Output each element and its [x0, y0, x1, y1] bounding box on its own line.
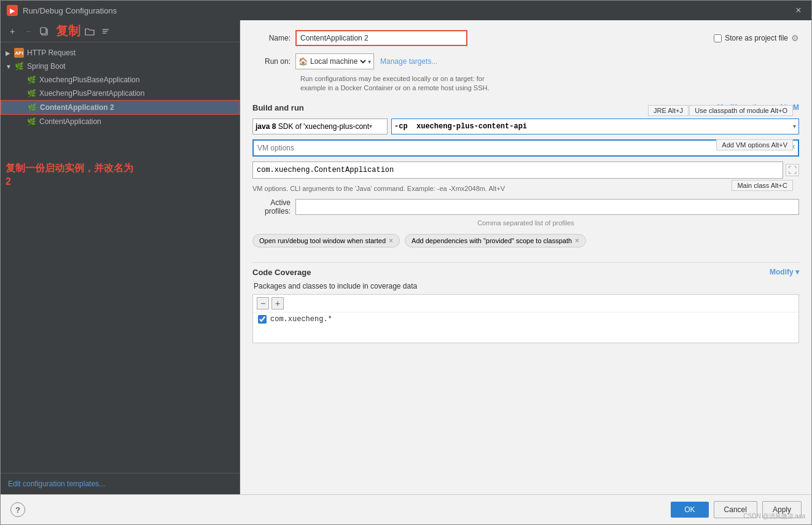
- main-class-tooltip: Main class Alt+C: [732, 180, 793, 191]
- run-on-row: Run on: 🏠 Local machine ▾ Manage targets…: [252, 53, 799, 69]
- close-button[interactable]: ×: [792, 4, 805, 17]
- tag-1: Add dependencies with "provided" scope t…: [405, 234, 586, 247]
- copy-annotation-label: 复制: [56, 23, 80, 39]
- bottom-bar: ? OK Cancel Apply: [1, 494, 811, 524]
- coverage-remove-btn[interactable]: −: [257, 297, 269, 309]
- main-content: + − 复制: [1, 20, 811, 494]
- gear-icon[interactable]: ⚙: [791, 33, 799, 43]
- sdk-select-wrapper[interactable]: java 8 SDK of 'xuecheng-plus-cont ▾: [252, 119, 388, 134]
- title-bar-left: ▶ Run/Debug Configurations: [7, 5, 117, 16]
- dropdown-arrow-icon: ▾: [368, 58, 371, 65]
- tree-item-0[interactable]: 🌿 XuechengPlusBaseApplication: [1, 73, 240, 87]
- spring-item-icon-2: 🌿: [27, 103, 37, 112]
- add-vm-tooltip: Add VM options Alt+V: [716, 139, 793, 150]
- tag-label-0: Open run/debug tool window when started: [259, 237, 386, 244]
- folder-button[interactable]: [83, 25, 96, 38]
- copy-button[interactable]: [37, 25, 51, 38]
- coverage-item-0: com.xuecheng.*: [253, 313, 798, 326]
- spring-section-icon: 🌿: [14, 61, 24, 71]
- manage-targets-link[interactable]: Manage targets...: [380, 57, 437, 66]
- sort-button[interactable]: [99, 25, 112, 38]
- tree-item-3[interactable]: 🌿 ContentApplication: [1, 115, 240, 128]
- tree-item-2[interactable]: 🌿 ContentApplication 2: [1, 100, 240, 115]
- title-bar: ▶ Run/Debug Configurations ×: [1, 1, 811, 20]
- tag-close-1[interactable]: ×: [575, 236, 579, 245]
- tree-item-1[interactable]: 🌿 XuechengPlusParentApplication: [1, 87, 240, 100]
- tree-section-spring[interactable]: ▼ 🌿 Spring Boot: [1, 60, 240, 73]
- spring-item-icon-3: 🌿: [26, 117, 36, 126]
- tag-label-1: Add dependencies with "provided" scope t…: [412, 237, 572, 244]
- coverage-modify-link[interactable]: Modify ▾: [770, 268, 799, 276]
- profiles-hint: Comma separated list of profiles: [252, 219, 799, 227]
- toolbar: + − 复制: [1, 20, 240, 42]
- vm-help-text: VM options. CLI arguments to the 'Java' …: [252, 185, 799, 192]
- coverage-header: Code Coverage Modify ▾: [252, 268, 799, 277]
- bottom-left: ?: [10, 502, 25, 517]
- store-checkbox[interactable]: [714, 34, 722, 42]
- run-on-label: Run on:: [252, 57, 295, 66]
- profiles-input[interactable]: [295, 199, 799, 215]
- jre-tooltip: JRE Alt+J: [648, 105, 689, 116]
- coverage-toolbar: − +: [253, 295, 798, 313]
- remove-button[interactable]: −: [21, 25, 35, 38]
- coverage-item-label-0: com.xuecheng.*: [270, 315, 332, 324]
- sdk-row: java 8 SDK of 'xuecheng-plus-cont ▾ -cp …: [252, 119, 799, 134]
- coverage-section: Code Coverage Modify ▾ Packages and clas…: [252, 268, 799, 343]
- tree-item-label-2: ContentApplication 2: [40, 103, 114, 112]
- tag-close-0[interactable]: ×: [389, 236, 393, 245]
- build-run-label: Build and run: [252, 103, 304, 112]
- classpath-select-wrapper[interactable]: -cp xuecheng-plus-content-api ▾: [391, 119, 799, 134]
- store-label: Store as project file: [725, 34, 788, 42]
- main-class-input[interactable]: [252, 161, 783, 179]
- tree-item-label-3: ContentApplication: [39, 117, 101, 126]
- sdk-detail: SDK of 'xuecheng-plus-cont: [278, 122, 369, 131]
- sdk-label: java 8: [256, 122, 276, 131]
- build-run-box: JRE Alt+J Use classpath of module Alt+O …: [252, 119, 799, 179]
- coverage-box: − + com.xuecheng.*: [252, 294, 799, 343]
- dialog-title: Run/Debug Configurations: [23, 6, 117, 15]
- coverage-add-btn[interactable]: +: [271, 297, 284, 309]
- classpath-value: -cp: [394, 122, 416, 131]
- run-debug-dialog: ▶ Run/Debug Configurations × + − 复制: [0, 0, 812, 525]
- run-on-select-wrapper[interactable]: 🏠 Local machine ▾: [295, 53, 374, 69]
- ok-button[interactable]: OK: [671, 502, 708, 518]
- chevron-right-icon: ▶: [6, 50, 14, 56]
- http-request-label: HTTP Request: [27, 49, 76, 57]
- help-button[interactable]: ?: [10, 502, 25, 517]
- spring-boot-label: Spring Boot: [27, 62, 66, 71]
- active-profiles-row: Active profiles:: [252, 198, 799, 216]
- separator: [252, 262, 799, 263]
- use-classpath-tooltip: Use classpath of module Alt+O: [689, 105, 793, 116]
- main-class-row: ⛶: [252, 161, 799, 179]
- tag-0: Open run/debug tool window when started …: [252, 234, 400, 247]
- tree-item-label-0: XuechengPlusBaseApplication: [39, 76, 139, 84]
- coverage-checkbox-0[interactable]: [258, 315, 267, 324]
- run-on-select[interactable]: Local machine: [308, 56, 368, 66]
- name-input[interactable]: [295, 30, 467, 46]
- coverage-sub-label: Packages and classes to include in cover…: [252, 282, 799, 290]
- edit-templates-link[interactable]: Edit configuration templates...: [1, 473, 240, 494]
- classpath-dropdown-arrow: ▾: [793, 123, 796, 130]
- spring-item-icon-0: 🌿: [26, 75, 36, 85]
- tree-section-http[interactable]: ▶ API HTTP Request: [1, 46, 240, 60]
- http-section-icon: API: [14, 48, 24, 58]
- store-checkbox-area: Store as project file ⚙: [714, 33, 799, 43]
- watermark: CSDN @清风微凉 aaa: [743, 512, 805, 521]
- chevron-down-icon: ▼: [6, 63, 14, 70]
- add-button[interactable]: +: [6, 25, 19, 38]
- active-profiles-label: Active profiles:: [252, 198, 295, 216]
- classpath-module: xuecheng-plus-content-api: [416, 122, 793, 131]
- run-on-description: Run configurations may be executed local…: [300, 74, 799, 93]
- main-class-browse-icon[interactable]: ⛶: [786, 164, 799, 176]
- tree-item-label-1: XuechengPlusParentApplication: [39, 89, 144, 98]
- coverage-section-label: Code Coverage: [252, 268, 311, 277]
- name-row: Name: Store as project file ⚙: [252, 30, 799, 46]
- right-panel: Name: Store as project file ⚙ Run on: 🏠 …: [240, 20, 811, 494]
- app-icon: ▶: [7, 5, 18, 16]
- annotation-text: 复制一份启动实例，并改名为 2: [6, 161, 133, 189]
- spring-item-icon-1: 🌿: [26, 88, 36, 98]
- svg-rect-1: [41, 28, 46, 34]
- left-panel: + − 复制: [1, 20, 240, 494]
- tags-row: Open run/debug tool window when started …: [252, 234, 799, 247]
- sdk-dropdown-arrow: ▾: [369, 123, 372, 130]
